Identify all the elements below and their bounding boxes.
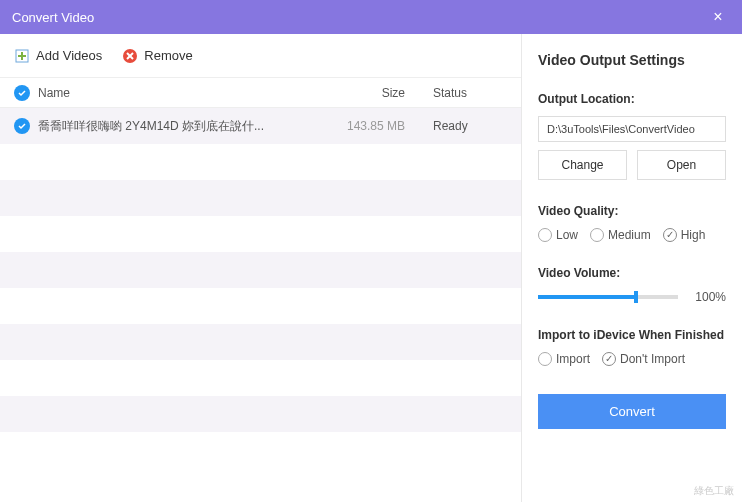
quality-low-radio[interactable]: Low (538, 228, 578, 242)
remove-icon (122, 48, 138, 64)
header-status: Status (417, 86, 507, 100)
table-row (0, 324, 521, 360)
header-name: Name (38, 86, 327, 100)
output-location-label: Output Location: (538, 92, 726, 106)
add-videos-label: Add Videos (36, 48, 102, 63)
row-status: Ready (417, 119, 507, 133)
quality-high-radio[interactable]: High (663, 228, 706, 242)
settings-panel: Video Output Settings Output Location: D… (522, 34, 742, 502)
volume-label: Video Volume: (538, 266, 726, 280)
table-row (0, 252, 521, 288)
remove-label: Remove (144, 48, 192, 63)
watermark: 綠色工廠 (694, 484, 734, 498)
close-icon[interactable]: × (706, 5, 730, 29)
quality-high-label: High (681, 228, 706, 242)
table-row (0, 144, 521, 180)
table-row[interactable]: 喬喬咩咩很嗨喲 2Y4M14D 妳到底在說什... 143.85 MB Read… (0, 108, 521, 144)
output-path: D:\3uTools\Files\ConvertVideo (538, 116, 726, 142)
titlebar: Convert Video × (0, 0, 742, 34)
left-panel: Add Videos Remove Name Size Status 喬喬 (0, 34, 522, 502)
content: Add Videos Remove Name Size Status 喬喬 (0, 34, 742, 502)
quality-group: Low Medium High (538, 228, 726, 242)
import-yes-label: Import (556, 352, 590, 366)
header-size: Size (327, 86, 417, 100)
import-no-label: Don't Import (620, 352, 685, 366)
settings-title: Video Output Settings (538, 52, 726, 68)
row-checkbox[interactable] (14, 118, 38, 134)
import-group: Import Don't Import (538, 352, 726, 366)
table-header: Name Size Status (0, 78, 521, 108)
row-size: 143.85 MB (327, 119, 417, 133)
table-row (0, 432, 521, 468)
convert-button[interactable]: Convert (538, 394, 726, 429)
file-list: 喬喬咩咩很嗨喲 2Y4M14D 妳到底在說什... 143.85 MB Read… (0, 108, 521, 502)
volume-slider[interactable] (538, 295, 678, 299)
quality-low-label: Low (556, 228, 578, 242)
open-button[interactable]: Open (637, 150, 726, 180)
add-videos-button[interactable]: Add Videos (14, 48, 102, 64)
table-row (0, 396, 521, 432)
window-title: Convert Video (12, 10, 706, 25)
table-row (0, 288, 521, 324)
toolbar: Add Videos Remove (0, 34, 521, 78)
select-all-checkbox[interactable] (14, 85, 38, 101)
table-row (0, 180, 521, 216)
quality-label: Video Quality: (538, 204, 726, 218)
table-row (0, 360, 521, 396)
volume-value: 100% (686, 290, 726, 304)
quality-medium-radio[interactable]: Medium (590, 228, 651, 242)
import-no-radio[interactable]: Don't Import (602, 352, 685, 366)
import-yes-radio[interactable]: Import (538, 352, 590, 366)
change-button[interactable]: Change (538, 150, 627, 180)
add-icon (14, 48, 30, 64)
remove-button[interactable]: Remove (122, 48, 192, 64)
row-name: 喬喬咩咩很嗨喲 2Y4M14D 妳到底在說什... (38, 118, 327, 135)
table-row (0, 216, 521, 252)
import-label: Import to iDevice When Finished (538, 328, 726, 342)
quality-medium-label: Medium (608, 228, 651, 242)
